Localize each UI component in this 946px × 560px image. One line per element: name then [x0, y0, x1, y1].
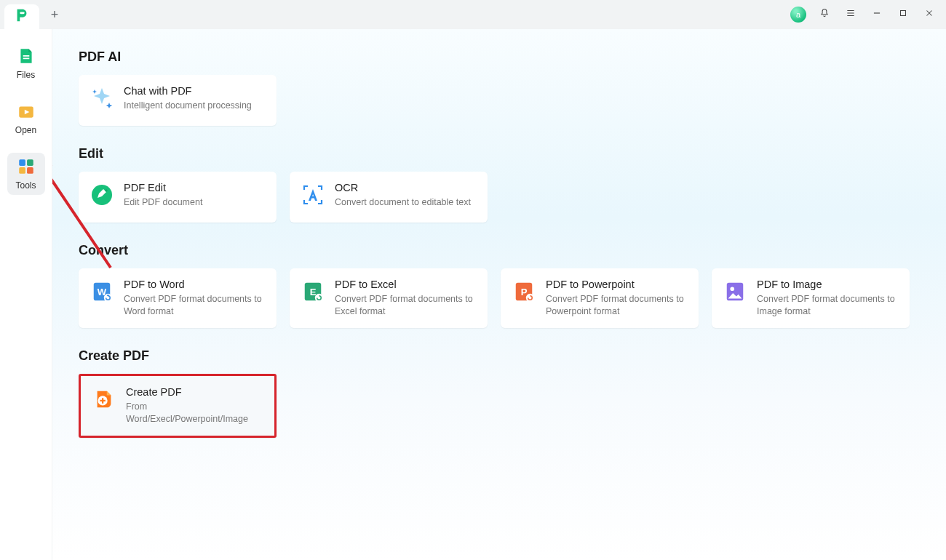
card-pdf-to-image[interactable]: PDF to Image Convert PDF format document… [712, 268, 910, 328]
content-area: PDF AI Chat with PDF Intelligent documen… [52, 29, 946, 560]
card-desc: Convert PDF format documents to Excel fo… [335, 293, 476, 318]
section-title-pdf-ai: PDF AI [79, 49, 920, 65]
card-pdf-edit[interactable]: PDF Edit Edit PDF document [79, 172, 277, 223]
hamburger-menu-button[interactable] [838, 2, 863, 27]
card-text: Chat with PDF Intelligent document proce… [124, 85, 252, 112]
window-minimize-button[interactable] [864, 2, 889, 27]
card-text: Create PDF From Word/Execl/Powerpoint/Im… [126, 386, 263, 425]
card-title: Chat with PDF [124, 85, 252, 97]
card-desc: Convert document to editable text [335, 196, 471, 209]
svg-text:P: P [521, 287, 528, 297]
card-text: OCR Convert document to editable text [335, 182, 471, 209]
card-desc: Edit PDF document [124, 196, 202, 209]
card-create-pdf[interactable]: Create PDF From Word/Execl/Powerpoint/Im… [79, 374, 277, 438]
svg-rect-5 [19, 167, 25, 174]
card-text: PDF Edit Edit PDF document [124, 182, 202, 209]
svg-rect-6 [27, 167, 33, 174]
card-title: OCR [335, 182, 471, 193]
section-title-create: Create PDF [79, 348, 920, 364]
card-title: PDF to Excel [335, 279, 476, 290]
svg-rect-1 [901, 11, 906, 16]
card-desc: Convert PDF format documents to Powerpoi… [546, 293, 687, 318]
convert-cards: W PDF to Word Convert PDF format documen… [79, 268, 920, 328]
sidebar: Files Open Tools [0, 29, 52, 560]
sidebar-item-label: Tools [15, 180, 36, 191]
card-text: PDF to Powerpoint Convert PDF format doc… [546, 279, 687, 318]
word-icon: W [90, 280, 114, 303]
svg-point-18 [730, 287, 734, 291]
powerpoint-icon: P [512, 280, 536, 303]
plus-icon: + [51, 7, 59, 23]
new-tab-button[interactable]: + [44, 4, 65, 25]
create-cards: Create PDF From Word/Execl/Powerpoint/Im… [79, 374, 920, 438]
svg-rect-3 [19, 159, 25, 166]
card-desc: Convert PDF format documents to Image fo… [757, 293, 898, 318]
home-tab[interactable] [4, 4, 39, 29]
svg-point-10 [104, 294, 112, 302]
card-title: Create PDF [126, 386, 263, 398]
notification-button[interactable] [812, 2, 837, 27]
edit-cards: PDF Edit Edit PDF document OCR Convert d… [79, 172, 920, 223]
open-icon [17, 102, 36, 121]
tools-icon [17, 157, 36, 176]
svg-rect-0 [20, 12, 24, 14]
image-icon [723, 280, 747, 303]
close-icon [924, 8, 934, 21]
bell-icon [819, 8, 830, 21]
maximize-icon [898, 8, 908, 21]
svg-rect-4 [27, 159, 33, 166]
card-pdf-to-excel[interactable]: E PDF to Excel Convert PDF format docume… [290, 268, 488, 328]
sidebar-item-tools[interactable]: Tools [7, 153, 45, 195]
svg-point-16 [526, 294, 534, 302]
card-desc: From Word/Execl/Powerpoint/Image [126, 401, 263, 425]
window-maximize-button[interactable] [891, 2, 915, 27]
hamburger-icon [846, 8, 856, 21]
card-title: PDF Edit [124, 182, 202, 193]
sidebar-item-label: Files [17, 70, 35, 80]
titlebar-controls: a [790, 2, 946, 27]
card-desc: Intelligent document processing [124, 100, 252, 112]
card-chat-with-pdf[interactable]: Chat with PDF Intelligent document proce… [79, 75, 277, 126]
app-logo-icon [14, 7, 30, 26]
svg-text:E: E [310, 287, 317, 297]
card-pdf-to-word[interactable]: W PDF to Word Convert PDF format documen… [79, 268, 277, 328]
body: Files Open Tools PDF AI [0, 29, 946, 560]
sparkle-icon [90, 87, 114, 110]
card-text: PDF to Excel Convert PDF format document… [335, 279, 476, 318]
create-pdf-icon [92, 388, 116, 411]
ocr-icon [301, 183, 325, 207]
card-title: PDF to Word [124, 279, 265, 290]
card-desc: Convert PDF format documents to Word for… [124, 293, 265, 318]
window-close-button[interactable] [917, 2, 942, 27]
card-pdf-to-powerpoint[interactable]: P PDF to Powerpoint Convert PDF format d… [501, 268, 699, 328]
account-status-badge[interactable]: a [790, 7, 806, 23]
sidebar-item-label: Open [15, 125, 36, 135]
card-title: PDF to Powerpoint [546, 279, 687, 290]
files-icon [17, 47, 36, 65]
card-title: PDF to Image [757, 279, 898, 290]
card-text: PDF to Word Convert PDF format documents… [124, 279, 265, 318]
card-text: PDF to Image Convert PDF format document… [757, 279, 898, 318]
pdf-ai-cards: Chat with PDF Intelligent document proce… [79, 75, 920, 126]
section-title-edit: Edit [79, 146, 920, 161]
card-ocr[interactable]: OCR Convert document to editable text [290, 172, 488, 223]
section-title-convert: Convert [79, 243, 920, 258]
pdf-edit-icon [90, 183, 114, 207]
excel-icon: E [301, 280, 325, 303]
minimize-icon [872, 8, 882, 21]
svg-point-13 [315, 294, 323, 302]
sidebar-item-open[interactable]: Open [7, 97, 45, 140]
titlebar: + a [0, 0, 946, 29]
sidebar-item-files[interactable]: Files [7, 42, 45, 84]
